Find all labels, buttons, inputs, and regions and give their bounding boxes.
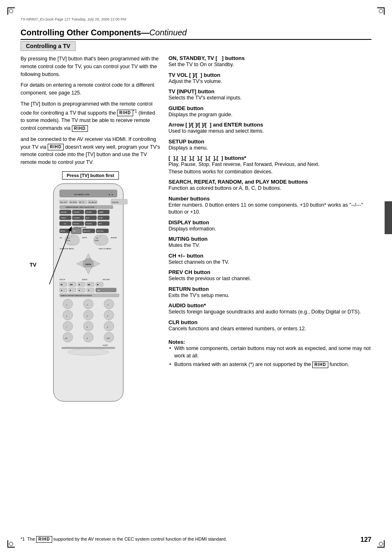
svg-text:CB/SAT: CB/SAT xyxy=(86,211,92,213)
svg-point-112 xyxy=(104,321,114,331)
btn-number: Number buttons Enter numbers. 0 button e… xyxy=(168,196,371,216)
section-heading: Controlling a TV xyxy=(21,41,76,51)
tv-label: TV xyxy=(30,262,37,268)
svg-point-100 xyxy=(104,299,114,309)
svg-text:MODE: MODE xyxy=(60,230,65,232)
svg-text:NET: NET xyxy=(99,223,102,225)
svg-text:TV/TAPE: TV/TAPE xyxy=(73,217,80,219)
page-title: Controlling Other Components—Continued xyxy=(21,28,187,37)
btn-tv-vol: TV VOL [ ]/[ ] button Adjust the TV's vo… xyxy=(168,72,371,85)
svg-text:MY MUSIC: MY MUSIC xyxy=(89,201,97,203)
svg-text:⏭: ⏭ xyxy=(97,283,99,286)
press-tv-label: Press [TV] button first xyxy=(62,171,119,180)
svg-text:VOL/INP: VOL/INP xyxy=(73,211,80,213)
svg-point-98 xyxy=(83,299,93,309)
svg-point-104 xyxy=(83,310,93,320)
remote-svg: ON STANDBY ZONE ■ ■ DISPLAY ALL OFF MY D… xyxy=(41,180,140,410)
svg-text:ALBUM: ALBUM xyxy=(111,237,117,239)
svg-point-96 xyxy=(63,299,73,309)
circle-mark-tl xyxy=(9,9,13,13)
circle-mark-tr xyxy=(379,9,383,13)
svg-point-108 xyxy=(63,321,73,331)
svg-text:RETURN: RETURN xyxy=(103,279,110,281)
svg-text:AUDIO: AUDIO xyxy=(82,279,88,281)
rihd-logo-footnote: RIHD xyxy=(36,536,52,543)
svg-text:CLR: CLR xyxy=(106,337,110,339)
svg-text:TV: TV xyxy=(67,237,69,239)
svg-point-102 xyxy=(63,310,73,320)
svg-text:INPUT: INPUT xyxy=(82,237,88,239)
btn-audio: AUDIO button* Selects foreign language s… xyxy=(168,302,371,316)
svg-point-110 xyxy=(83,321,93,331)
svg-text:▶▶: ▶▶ xyxy=(88,283,91,286)
svg-text:AUX: AUX xyxy=(86,217,90,219)
svg-rect-44 xyxy=(71,228,81,234)
content-area: Controlling a TV By pressing the [TV] bu… xyxy=(21,41,371,530)
svg-text:◀◀: ◀◀ xyxy=(70,283,73,286)
svg-text:SETUP: SETUP xyxy=(60,279,65,281)
svg-point-116 xyxy=(83,332,93,342)
svg-text:⏸: ⏸ xyxy=(88,289,90,291)
page-header: Controlling Other Components—Continued xyxy=(21,28,371,40)
svg-text:+10: +10 xyxy=(65,337,68,339)
btn-tv-input: TV [INPUT] button Selects the TV's exter… xyxy=(168,88,371,102)
svg-text:CD: CD xyxy=(64,223,66,225)
btn-transport: [ ],[ ],[ ],[ ],[ ],[ ],[ ] buttons* Pla… xyxy=(168,155,371,175)
svg-text:ON  STANDBY  ZONE: ON STANDBY ZONE xyxy=(74,193,90,196)
file-info: TX-NR807_En.book Page 127 Tuesday, July … xyxy=(21,17,371,21)
btn-return: RETURN button Exits the TV's setup menu. xyxy=(168,286,371,299)
svg-text:■■: ■■ xyxy=(98,289,100,291)
svg-text:TUNER: TUNER xyxy=(60,217,66,219)
svg-text:MASTER: MASTER xyxy=(83,230,90,232)
remote-diagram-wrapper: Press [TV] button first TV ON STANDBY ZO… xyxy=(21,171,160,411)
btn-prev-ch: PREV CH button Selects the previous or l… xyxy=(168,269,371,283)
svg-text:SEARCH  REPEAT  RANDOM  PLAY M: SEARCH REPEAT RANDOM PLAY MODE xyxy=(60,295,92,297)
note-item-2: Buttons marked with an asterisk (*) are … xyxy=(168,361,371,368)
svg-point-122 xyxy=(68,349,109,355)
btn-muting: MUTING button Mutes the TV. xyxy=(168,236,371,249)
svg-text:SLEEP: SLEEP xyxy=(103,344,108,346)
remote-svg-container: TV ON STANDBY ZONE ■ ■ DISPLAY xyxy=(41,180,140,411)
svg-text:CH: CH xyxy=(96,237,98,239)
svg-text:PHONO: PHONO xyxy=(73,223,79,225)
svg-rect-121 xyxy=(62,347,115,349)
svg-text:1/O: 1/O xyxy=(60,237,62,239)
svg-text:VOL: VOL xyxy=(67,240,71,242)
rihd-logo-2: RIHD xyxy=(72,125,88,132)
left-para-2: For details on entering a remote control… xyxy=(21,81,160,97)
notes-list: With some components, certain buttons ma… xyxy=(168,345,371,368)
footnote: *1 The RIHD supported by the AV receiver… xyxy=(21,536,227,543)
btn-arrow: Arrow [ ]/[ ]/[ ]/[ ] and ENTER buttons … xyxy=(168,122,371,135)
svg-text:DISC: DISC xyxy=(95,240,99,242)
left-para-3: The [TV] button is preprogrammed with th… xyxy=(21,100,160,132)
left-para-4: and be connected to the AV receiver via … xyxy=(21,136,160,166)
circle-mark-bl xyxy=(9,542,13,546)
left-column: By pressing the [TV] button that's been … xyxy=(21,55,160,411)
svg-text:GUIDE/TOP MENU: GUIDE/TOP MENU xyxy=(60,248,74,250)
svg-text:DISPLAY: DISPLAY xyxy=(112,201,119,203)
two-column-layout: By pressing the [TV] button that's been … xyxy=(21,55,371,411)
svg-text:PHONO: PHONO xyxy=(86,223,92,225)
svg-text:GAME: GAME xyxy=(99,211,104,213)
notes-section: Notes: With some components, certain but… xyxy=(168,339,371,368)
rihd-logo-note: RIHD xyxy=(312,362,328,368)
btn-ch: CH +/– button Select channels on the TV. xyxy=(168,253,371,266)
btn-display: DISPLAY button Displays information. xyxy=(168,219,371,233)
svg-text:REMOTE MODE / INPUT SELECTION: REMOTE MODE / INPUT SELECTION xyxy=(66,206,94,208)
rihd-logo-1: RIHD xyxy=(117,110,133,116)
svg-text:⏮: ⏮ xyxy=(61,283,62,286)
svg-text:PORT: PORT xyxy=(99,217,104,219)
btn-on-standby: ON, STANDBY, TV [ ] buttons Set the TV t… xyxy=(168,55,371,69)
svg-text:MY DEST: MY DEST xyxy=(70,201,77,203)
note-item-1: With some components, certain buttons ma… xyxy=(168,345,371,359)
btn-clr: CLR button Cancels functions and clears … xyxy=(168,319,371,333)
svg-text:MY TV: MY TV xyxy=(79,201,84,203)
page-container: TX-NR807_En.book Page 127 Tuesday, July … xyxy=(0,0,392,555)
svg-text:DVD/BD: DVD/BD xyxy=(60,211,67,213)
svg-text:ENTER: ENTER xyxy=(85,263,91,265)
circle-mark-br xyxy=(379,542,383,546)
svg-point-106 xyxy=(104,310,114,320)
rihd-logo-3: RIHD xyxy=(48,144,63,150)
page-number: 127 xyxy=(360,536,371,543)
svg-text:ALL OFF: ALL OFF xyxy=(60,201,67,203)
